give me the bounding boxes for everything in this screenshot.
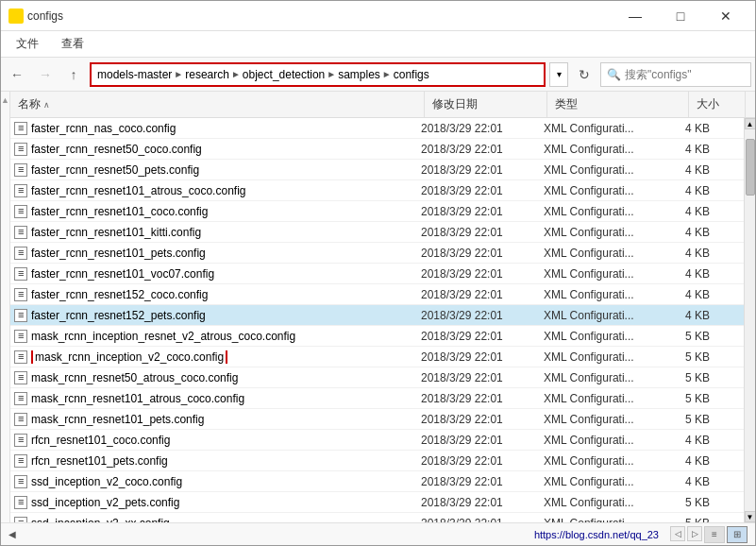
scroll-right-btn[interactable]: ▷ xyxy=(687,526,702,541)
table-row[interactable]: ☰ssd_inception_v2_pets.config2018/3/29 2… xyxy=(10,492,744,513)
table-row[interactable]: ☰faster_rcnn_nas_coco.config2018/3/29 22… xyxy=(10,118,744,139)
address-dropdown-button[interactable]: ▾ xyxy=(549,62,568,87)
file-date: 2018/3/29 22:01 xyxy=(413,143,536,156)
file-type: XML Configurati... xyxy=(536,309,678,322)
file-name: rfcn_resnet101_coco.config xyxy=(31,434,170,447)
file-name-cell: ☰faster_rcnn_resnet101_atrous_coco.confi… xyxy=(10,184,413,197)
file-type: XML Configurati... xyxy=(536,288,678,301)
file-date: 2018/3/29 22:01 xyxy=(413,434,536,447)
file-type: XML Configurati... xyxy=(536,454,678,468)
col-header-size[interactable]: 大小 xyxy=(689,92,746,117)
path-research[interactable]: research xyxy=(185,68,229,81)
file-list-container: 名称 ∧ 修改日期 类型 大小 ☰faster_rcnn_nas_coco.co… xyxy=(10,92,755,522)
file-type: XML Configurati... xyxy=(536,413,678,426)
address-path: models-master ► research ► object_detect… xyxy=(90,62,546,87)
file-name: ssd_inception_v2_coco.config xyxy=(31,475,182,488)
table-row[interactable]: ☰mask_rcnn_resnet101_pets.config2018/3/2… xyxy=(10,409,744,430)
xml-file-icon: ☰ xyxy=(14,122,27,135)
list-view-btn[interactable]: ≡ xyxy=(704,526,725,543)
file-type: XML Configurati... xyxy=(536,350,678,364)
path-sep-4: ► xyxy=(382,69,392,79)
file-list: ☰faster_rcnn_nas_coco.config2018/3/29 22… xyxy=(10,118,744,522)
title-bar: configs — □ ✕ xyxy=(1,1,755,31)
file-size: 5 KB xyxy=(678,371,734,384)
table-row[interactable]: ☰rfcn_resnet101_coco.config2018/3/29 22:… xyxy=(10,430,744,451)
status-left: ◀ xyxy=(8,529,16,539)
file-date: 2018/3/29 22:01 xyxy=(413,163,536,177)
table-row[interactable]: ☰mask_rcnn_inception_resnet_v2_atrous_co… xyxy=(10,326,744,347)
table-row[interactable]: ☰faster_rcnn_resnet152_pets.config2018/3… xyxy=(10,305,744,326)
table-row[interactable]: ☰mask_rcnn_resnet101_atrous_coco.config2… xyxy=(10,388,744,409)
table-row[interactable]: ☰rfcn_resnet101_pets.config2018/3/29 22:… xyxy=(10,451,744,471)
file-name: faster_rcnn_resnet101_atrous_coco.config xyxy=(31,184,245,197)
table-row[interactable]: ☰faster_rcnn_resnet101_coco.config2018/3… xyxy=(10,201,744,222)
path-models-master[interactable]: models-master xyxy=(97,68,172,81)
scrollbar-up-arrow[interactable]: ▲ xyxy=(745,118,756,129)
path-object-detection[interactable]: object_detection xyxy=(243,68,325,81)
forward-button[interactable]: → xyxy=(33,62,58,87)
table-row[interactable]: ☰mask_rcnn_inception_v2_coco.config2018/… xyxy=(10,347,744,367)
sidebar-collapse-arrow[interactable]: ▲ xyxy=(1,95,9,105)
file-size: 5 KB xyxy=(678,496,734,509)
up-button[interactable]: ↑ xyxy=(61,62,86,87)
file-size: 4 KB xyxy=(678,267,734,281)
table-row[interactable]: ☰mask_rcnn_resnet50_atrous_coco.config20… xyxy=(10,367,744,388)
table-row[interactable]: ☰faster_rcnn_resnet101_pets.config2018/3… xyxy=(10,243,744,264)
close-button[interactable]: ✕ xyxy=(704,1,748,31)
xml-file-icon: ☰ xyxy=(14,163,27,177)
file-size: 5 KB xyxy=(678,392,734,405)
file-size: 4 KB xyxy=(678,247,734,260)
scroll-left-btn[interactable]: ◁ xyxy=(670,526,685,541)
search-icon: 🔍 xyxy=(607,68,621,81)
table-row[interactable]: ☰faster_rcnn_resnet101_atrous_coco.confi… xyxy=(10,180,744,201)
menu-bar: 文件 查看 xyxy=(1,31,755,58)
table-row[interactable]: ☰faster_rcnn_resnet50_pets.config2018/3/… xyxy=(10,160,744,180)
grid-view-btn[interactable]: ⊞ xyxy=(727,526,748,543)
file-type: XML Configurati... xyxy=(536,475,678,488)
path-samples[interactable]: samples xyxy=(338,68,380,81)
file-type: XML Configurati... xyxy=(536,226,678,239)
table-row[interactable]: ☰ssd_inception_v2_xx.config2018/3/29 22:… xyxy=(10,513,744,522)
table-row[interactable]: ☰faster_rcnn_resnet50_coco.config2018/3/… xyxy=(10,139,744,160)
menu-item-file[interactable]: 文件 xyxy=(8,34,46,54)
window-title: configs xyxy=(27,9,63,23)
table-row[interactable]: ☰faster_rcnn_resnet152_coco.config2018/3… xyxy=(10,284,744,305)
path-sep-3: ► xyxy=(327,69,336,79)
xml-file-icon: ☰ xyxy=(14,247,27,260)
file-name-cell: ☰mask_rcnn_inception_v2_coco.config xyxy=(10,350,413,364)
file-name-cell: ☰rfcn_resnet101_pets.config xyxy=(10,454,413,468)
file-name-cell: ☰ssd_inception_v2_coco.config xyxy=(10,475,413,488)
col-header-date[interactable]: 修改日期 xyxy=(425,92,547,117)
col-header-type[interactable]: 类型 xyxy=(547,92,689,117)
file-name: faster_rcnn_resnet152_pets.config xyxy=(31,309,206,322)
file-name-cell: ☰faster_rcnn_resnet152_coco.config xyxy=(10,288,413,301)
status-left-arrow[interactable]: ◀ xyxy=(8,529,16,539)
scrollbar-down-arrow[interactable]: ▼ xyxy=(745,511,756,522)
table-row[interactable]: ☰ssd_inception_v2_coco.config2018/3/29 2… xyxy=(10,471,744,492)
maximize-button[interactable]: □ xyxy=(659,1,702,31)
refresh-button[interactable]: ↻ xyxy=(572,62,596,87)
file-size: 4 KB xyxy=(678,122,734,135)
file-date: 2018/3/29 22:01 xyxy=(413,454,536,468)
file-name-cell: ☰mask_rcnn_resnet50_atrous_coco.config xyxy=(10,371,413,384)
path-sep-2: ► xyxy=(231,69,241,79)
file-date: 2018/3/29 22:01 xyxy=(413,267,536,281)
back-button[interactable]: ← xyxy=(5,62,29,87)
file-type: XML Configurati... xyxy=(536,205,678,218)
search-input[interactable] xyxy=(625,68,756,81)
minimize-button[interactable]: — xyxy=(613,1,657,31)
xml-file-icon: ☰ xyxy=(14,309,27,322)
file-name-cell: ☰faster_rcnn_resnet101_pets.config xyxy=(10,247,413,260)
table-row[interactable]: ☰faster_rcnn_resnet101_voc07.config2018/… xyxy=(10,264,744,284)
file-size: 4 KB xyxy=(678,309,734,322)
col-header-name[interactable]: 名称 ∧ xyxy=(10,92,425,117)
path-configs[interactable]: configs xyxy=(394,68,429,81)
file-type: XML Configurati... xyxy=(536,122,678,135)
scrollbar-thumb[interactable] xyxy=(746,139,755,196)
table-row[interactable]: ☰faster_rcnn_resnet101_kitti.config2018/… xyxy=(10,222,744,243)
file-name: mask_rcnn_resnet50_atrous_coco.config xyxy=(31,371,238,384)
file-size: 4 KB xyxy=(678,163,734,177)
menu-item-view[interactable]: 查看 xyxy=(54,34,92,54)
xml-file-icon: ☰ xyxy=(14,143,27,156)
file-type: XML Configurati... xyxy=(536,330,678,343)
